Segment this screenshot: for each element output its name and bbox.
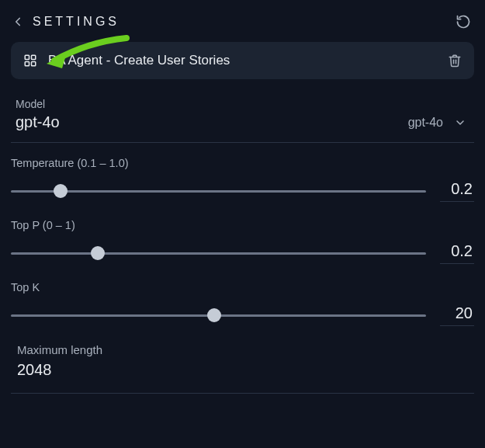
- temperature-value[interactable]: 0.2: [440, 180, 474, 202]
- model-value: gpt-4o: [16, 113, 60, 131]
- page-title: SETTINGS: [33, 15, 120, 29]
- divider: [11, 142, 474, 143]
- undo-icon[interactable]: [456, 14, 471, 30]
- top-k-value[interactable]: 20: [440, 304, 474, 326]
- top-k-thumb[interactable]: [207, 308, 221, 322]
- top-p-thumb[interactable]: [91, 246, 105, 260]
- top-k-label: Top K: [11, 281, 474, 293]
- svg-rect-3: [32, 62, 36, 66]
- chevron-down-icon: [454, 116, 466, 129]
- top-p-label: Top P (0 – 1): [11, 219, 474, 231]
- app-grid-icon: [23, 54, 37, 68]
- model-select[interactable]: gpt-4o: [408, 116, 469, 130]
- max-length-label: Maximum length: [17, 343, 468, 356]
- top-p-value[interactable]: 0.2: [440, 242, 474, 264]
- svg-rect-1: [32, 55, 36, 59]
- trash-icon[interactable]: [448, 54, 462, 68]
- svg-rect-2: [25, 62, 29, 66]
- model-selected-option: gpt-4o: [408, 116, 443, 130]
- agent-title: BA Agent - Create User Stories: [48, 53, 437, 68]
- divider: [11, 393, 474, 394]
- temperature-label: Temperature (0.1 – 1.0): [11, 157, 474, 169]
- back-icon[interactable]: [11, 15, 25, 29]
- temperature-slider[interactable]: [11, 184, 426, 198]
- top-k-slider[interactable]: [11, 308, 426, 322]
- temperature-thumb[interactable]: [54, 184, 68, 198]
- top-p-slider[interactable]: [11, 246, 426, 260]
- svg-rect-0: [25, 55, 29, 59]
- agent-card[interactable]: BA Agent - Create User Stories: [11, 42, 474, 79]
- max-length-value[interactable]: 2048: [17, 361, 468, 379]
- model-label: Model: [16, 98, 469, 110]
